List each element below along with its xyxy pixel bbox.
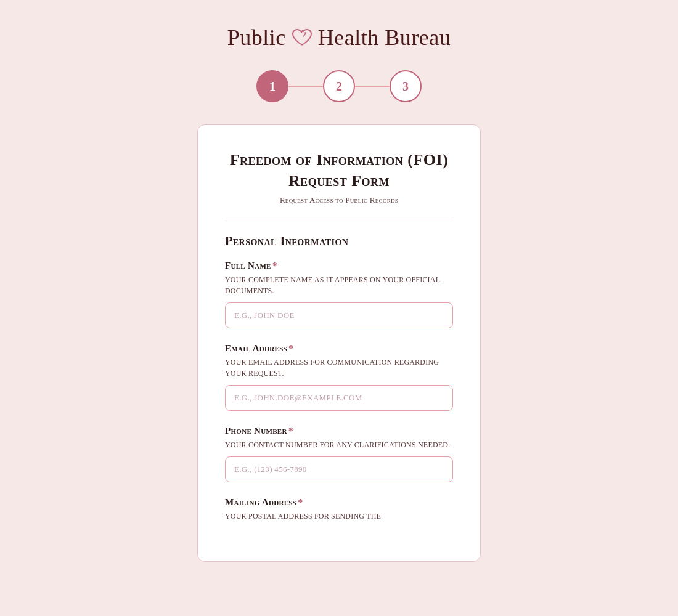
form-card: Freedom of Information (FOI) Request For…: [197, 124, 481, 562]
header-title-part2: Health Bureau: [318, 25, 451, 51]
heart-icon: [291, 28, 313, 47]
section-divider: [225, 219, 453, 219]
mailing-address-required: *: [298, 497, 303, 508]
email-description: Your email address for communication reg…: [225, 357, 453, 379]
form-title: Freedom of Information (FOI) Request For…: [225, 150, 453, 192]
full-name-label: Full Name*: [225, 261, 453, 272]
mailing-address-description: Your postal address for sending the: [225, 511, 453, 522]
email-required: *: [288, 343, 293, 354]
phone-label: Phone Number*: [225, 426, 453, 437]
steps-indicator: 1 2 3: [256, 70, 422, 102]
form-subtitle: Request Access to Public Records: [225, 195, 453, 205]
mailing-address-field-group: Mailing Address* Your postal address for…: [225, 497, 453, 522]
email-field-group: Email Address* Your email address for co…: [225, 343, 453, 411]
page-header: Public Health Bureau: [227, 25, 451, 51]
step-1[interactable]: 1: [256, 70, 288, 102]
phone-input[interactable]: [225, 456, 453, 482]
step-3[interactable]: 3: [390, 70, 422, 102]
full-name-field-group: Full Name* Your complete name as it appe…: [225, 261, 453, 328]
email-input[interactable]: [225, 385, 453, 411]
step-2[interactable]: 2: [323, 70, 355, 102]
full-name-input[interactable]: [225, 302, 453, 328]
full-name-description: Your complete name as it appears on your…: [225, 274, 453, 296]
phone-field-group: Phone Number* Your contact number for an…: [225, 426, 453, 482]
phone-description: Your contact number for any clarificatio…: [225, 439, 453, 450]
svg-point-0: [305, 32, 306, 33]
email-label: Email Address*: [225, 343, 453, 354]
phone-required: *: [288, 426, 293, 437]
personal-info-section-title: Personal Information: [225, 234, 453, 248]
mailing-address-label: Mailing Address*: [225, 497, 453, 508]
header-title-part1: Public: [227, 25, 286, 51]
step-line-1-2: [288, 86, 323, 87]
step-line-2-3: [355, 86, 390, 87]
full-name-required: *: [272, 261, 277, 272]
